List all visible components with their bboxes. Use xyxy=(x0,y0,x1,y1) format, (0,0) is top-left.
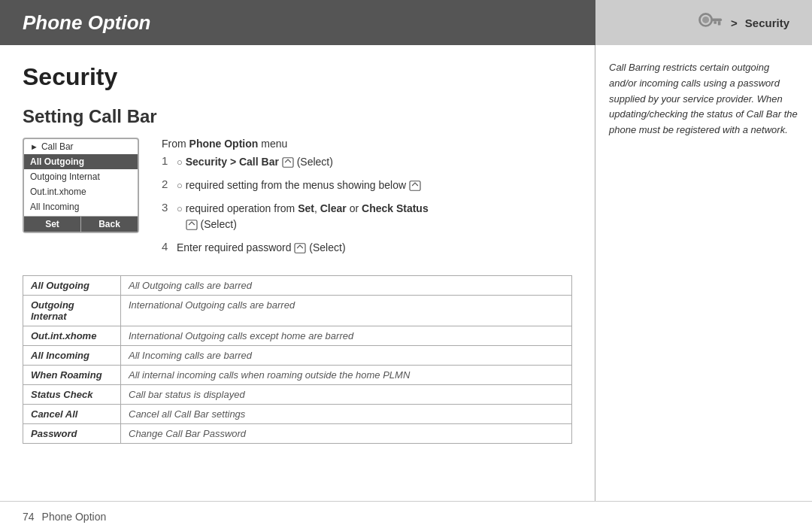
svg-rect-2 xyxy=(711,19,722,22)
table-description: Call bar status is displayed xyxy=(121,385,572,405)
header-title: Phone Option xyxy=(23,11,150,35)
callbar-label: Call Bar xyxy=(41,141,74,152)
table-row: When RoamingAll internal incoming calls … xyxy=(23,366,572,385)
content-body: ► Call Bar All Outgoing Outgoing Interna… xyxy=(23,138,572,263)
step-4-text: Enter required password (Select) xyxy=(177,240,572,256)
phone-menu-alloutgoing: All Outgoing xyxy=(24,154,138,169)
table-option: Cancel All xyxy=(23,405,121,424)
intro-text: From Phone Option menu xyxy=(162,138,572,150)
callbar-arrow-icon: ► xyxy=(30,142,38,151)
phone-mockup: ► Call Bar All Outgoing Outgoing Interna… xyxy=(23,138,139,233)
call-bar-table: All OutgoingAll Outgoing calls are barre… xyxy=(23,275,572,444)
steps-container: From Phone Option menu 1 ○ Security > Ca… xyxy=(162,138,572,263)
svg-point-1 xyxy=(702,17,709,23)
table-description: All Outgoing calls are barred xyxy=(121,276,572,296)
table-description: Change Call Bar Password xyxy=(121,424,572,444)
table-option: When Roaming xyxy=(23,366,121,385)
table-description: Cancel all Call Bar settings xyxy=(121,405,572,424)
outgoing-internat-label: Outgoing Internat xyxy=(30,171,100,182)
table-description: International Outgoing calls except home… xyxy=(121,326,572,346)
phone-menu-out-int-xhome: Out.int.xhome xyxy=(24,184,138,199)
out-int-xhome-label: Out.int.xhome xyxy=(30,187,86,197)
table-row: Outgoing InternatInternational Outgoing … xyxy=(23,296,572,326)
sidebar-text: Call Barring restricts certain outgoing … xyxy=(609,60,798,138)
step-3-num: 3 xyxy=(162,201,177,214)
table-option: All Incoming xyxy=(23,346,121,366)
table-option: Out.int.xhome xyxy=(23,326,121,346)
table-row: All OutgoingAll Outgoing calls are barre… xyxy=(23,276,572,296)
page-title: Security xyxy=(23,63,572,91)
alloutgoing-label: All Outgoing xyxy=(30,156,84,167)
svg-rect-3 xyxy=(718,21,721,25)
footer-section: Phone Option xyxy=(42,511,107,523)
table-option: Outgoing Internat xyxy=(23,296,121,326)
step-3: 3 ○ required operation from Set, Clear o… xyxy=(162,201,572,232)
select-icon-2 xyxy=(409,181,421,191)
section-title: Setting Call Bar xyxy=(23,106,572,127)
step-2-text: ○ required setting from the menus showin… xyxy=(177,178,572,193)
phone-back-button[interactable]: Back xyxy=(80,217,138,232)
key-icon xyxy=(696,9,723,36)
phone-buttons: Set Back xyxy=(24,216,138,232)
footer-page-number: 74 xyxy=(23,511,35,523)
table-description: International Outgoing calls are barred xyxy=(121,296,572,326)
header: Phone Option > Security xyxy=(0,0,812,45)
table-row: Status CheckCall bar status is displayed xyxy=(23,385,572,405)
table-description: All internal incoming calls when roaming… xyxy=(121,366,572,385)
table-option: Status Check xyxy=(23,385,121,405)
step-4-num: 4 xyxy=(162,240,177,253)
step-1: 1 ○ Security > Call Bar (Select) xyxy=(162,154,572,170)
step-4: 4 Enter required password (Select) xyxy=(162,240,572,256)
phone-set-button[interactable]: Set xyxy=(24,217,80,232)
phone-menu-callbar: ► Call Bar xyxy=(24,139,138,154)
all-incoming-label: All Incoming xyxy=(30,202,79,212)
table-row: Cancel AllCancel all Call Bar settings xyxy=(23,405,572,424)
table-row: Out.int.xhomeInternational Outgoing call… xyxy=(23,326,572,346)
select-icon-1 xyxy=(282,157,294,168)
table-description: All Incoming calls are barred xyxy=(121,346,572,366)
step-3-text: ○ required operation from Set, Clear or … xyxy=(177,201,572,232)
phone-menu-all-incoming: All Incoming xyxy=(24,199,138,214)
step-1-num: 1 xyxy=(162,154,177,167)
content-area: Security Setting Call Bar ► Call Bar All… xyxy=(0,45,595,531)
table-option: Password xyxy=(23,424,121,444)
header-left: Phone Option xyxy=(0,0,595,45)
header-right: > Security xyxy=(595,0,812,45)
select-icon-4 xyxy=(294,243,306,253)
table-option: All Outgoing xyxy=(23,276,121,296)
svg-rect-4 xyxy=(714,21,717,24)
step-2: 2 ○ required setting from the menus show… xyxy=(162,178,572,193)
footer: 74 Phone Option xyxy=(0,501,812,531)
step-2-num: 2 xyxy=(162,178,177,190)
sidebar: Call Barring restricts certain outgoing … xyxy=(595,45,812,531)
breadcrumb-separator: > xyxy=(731,17,738,29)
step-1-text: ○ Security > Call Bar (Select) xyxy=(177,154,572,170)
breadcrumb-section: Security xyxy=(745,17,789,29)
select-icon-3 xyxy=(186,220,198,230)
main-layout: Security Setting Call Bar ► Call Bar All… xyxy=(0,45,812,531)
table-row: PasswordChange Call Bar Password xyxy=(23,424,572,444)
table-row: All IncomingAll Incoming calls are barre… xyxy=(23,346,572,366)
phone-menu-outgoing-internat: Outgoing Internat xyxy=(24,169,138,184)
